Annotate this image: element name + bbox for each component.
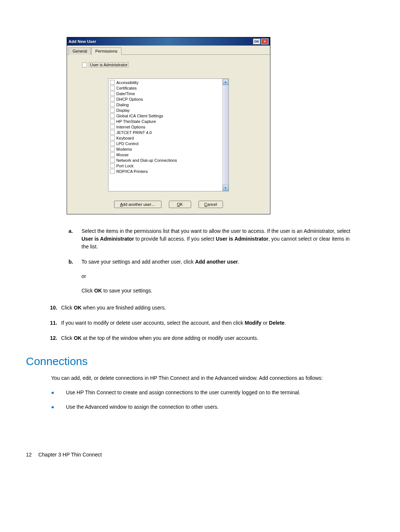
step-11: 11. If you want to modify or delete user… bbox=[50, 319, 354, 327]
cancel-button[interactable]: Cancel bbox=[199, 201, 223, 208]
bullet-text: Use the Advanced window to assign the co… bbox=[66, 403, 219, 411]
list-item[interactable]: Network and Dial-up Connections bbox=[110, 157, 221, 163]
step-a: a. Select the items in the permissions l… bbox=[69, 227, 354, 251]
list-item[interactable]: Certificates bbox=[110, 85, 221, 91]
bullet-item: ● Use the Advanced window to assign the … bbox=[51, 403, 350, 411]
section-body: You can add, edit, or delete connections… bbox=[51, 374, 350, 411]
checkbox-icon[interactable] bbox=[110, 152, 115, 157]
checkbox-icon[interactable] bbox=[110, 169, 115, 174]
chapter-title: Chapter 3 HP Thin Connect bbox=[38, 452, 101, 458]
tab-row: General Permissions bbox=[67, 46, 270, 55]
chevron-up-icon[interactable]: ▲ bbox=[223, 79, 229, 85]
checkbox-icon[interactable] bbox=[110, 102, 115, 107]
dialog-body: User is Administrator Accessibility Cert… bbox=[67, 55, 270, 214]
bullet-item: ● Use HP Thin Connect to create and assi… bbox=[51, 389, 350, 397]
add-new-user-dialog: Add New User OK × General Permissions Us… bbox=[67, 37, 270, 214]
bullet-icon: ● bbox=[51, 389, 66, 397]
page-footer: 12 Chapter 3 HP Thin Connect bbox=[26, 452, 374, 458]
checkbox-icon[interactable] bbox=[110, 141, 115, 146]
permissions-list[interactable]: Accessibility Certificates Date/Time DHC… bbox=[109, 79, 222, 191]
list-item[interactable]: Accessibility bbox=[110, 80, 221, 85]
tab-general[interactable]: General bbox=[69, 47, 91, 55]
checkbox-icon[interactable] bbox=[110, 163, 115, 168]
page-number: 12 bbox=[26, 452, 32, 458]
checkbox-icon[interactable] bbox=[110, 86, 115, 90]
step-12: 12. Click OK at the top of the window wh… bbox=[50, 334, 354, 342]
list-item[interactable]: RDP/ICA Printers bbox=[110, 168, 221, 174]
bullet-list: ● Use HP Thin Connect to create and assi… bbox=[51, 389, 350, 411]
add-another-user-button[interactable]: Add another user… bbox=[114, 201, 161, 208]
checkbox-icon[interactable] bbox=[110, 124, 115, 129]
step-content: Click OK at the top of the window when y… bbox=[61, 334, 354, 342]
step-content: Click OK when you are finished adding us… bbox=[61, 304, 354, 312]
numbered-list: 10. Click OK when you are finished addin… bbox=[50, 304, 354, 342]
list-item[interactable]: HP ThinState Capture bbox=[110, 118, 221, 124]
list-item[interactable]: LPD Control bbox=[110, 141, 221, 146]
step-content: To save your settings and add another us… bbox=[81, 258, 354, 295]
step-marker: a. bbox=[69, 227, 81, 251]
scrollbar[interactable]: ▲ ▼ bbox=[222, 79, 229, 191]
bullet-icon: ● bbox=[51, 403, 66, 411]
list-item[interactable]: Keyboard bbox=[110, 135, 221, 141]
step-content: Select the items in the permissions list… bbox=[81, 227, 354, 251]
tab-permissions[interactable]: Permissions bbox=[91, 47, 121, 55]
checkbox-icon[interactable] bbox=[110, 130, 115, 135]
step-marker: 11. bbox=[50, 319, 61, 327]
instructions-block: a. Select the items in the permissions l… bbox=[69, 227, 354, 342]
permissions-listbox: Accessibility Certificates Date/Time DHC… bbox=[108, 78, 229, 191]
dialog-title: Add New User bbox=[69, 39, 96, 44]
bullet-text: Use HP Thin Connect to create and assign… bbox=[66, 389, 300, 397]
list-item[interactable]: DHCP Options bbox=[110, 96, 221, 102]
list-item[interactable]: Date/Time bbox=[110, 91, 221, 96]
checkbox-icon[interactable] bbox=[110, 135, 115, 140]
list-item[interactable]: JETCET PRINT 4.0 bbox=[110, 130, 221, 135]
checkbox-icon[interactable] bbox=[110, 80, 115, 85]
titlebar: Add New User OK × bbox=[67, 37, 270, 46]
step-10: 10. Click OK when you are finished addin… bbox=[50, 304, 354, 312]
checkbox-icon[interactable] bbox=[110, 158, 115, 163]
list-item[interactable]: Dialing bbox=[110, 102, 221, 107]
checkbox-icon[interactable] bbox=[110, 147, 115, 151]
ok-button[interactable]: OK bbox=[169, 201, 191, 208]
list-item[interactable]: Modems bbox=[110, 146, 221, 152]
scrollbar-track[interactable] bbox=[223, 85, 229, 185]
step-marker: 12. bbox=[50, 334, 61, 342]
step-alt: Click OK to save your settings. bbox=[81, 287, 354, 295]
checkbox-icon[interactable] bbox=[82, 63, 87, 67]
section-intro: You can add, edit, or delete connections… bbox=[51, 374, 350, 382]
lettered-list: a. Select the items in the permissions l… bbox=[69, 227, 354, 295]
checkbox-icon[interactable] bbox=[110, 119, 115, 124]
step-b: b. To save your settings and add another… bbox=[69, 258, 354, 295]
step-marker: 10. bbox=[50, 304, 61, 312]
step-content: If you want to modify or delete user acc… bbox=[61, 319, 354, 327]
dialog-button-row: Add another user… OK Cancel bbox=[75, 201, 262, 208]
list-item[interactable]: Mouse bbox=[110, 152, 221, 157]
checkbox-icon[interactable] bbox=[110, 108, 115, 113]
admin-label: User is Administrator bbox=[89, 62, 129, 67]
checkbox-icon[interactable] bbox=[110, 91, 115, 96]
list-item[interactable]: Display bbox=[110, 107, 221, 113]
list-item[interactable]: Global ICA Client Settings bbox=[110, 113, 221, 118]
titlebar-buttons: OK × bbox=[253, 39, 269, 44]
section-heading-connections: Connections bbox=[26, 355, 374, 368]
dialog-screenshot: Add New User OK × General Permissions Us… bbox=[67, 37, 374, 214]
step-marker: b. bbox=[69, 258, 81, 295]
checkbox-icon[interactable] bbox=[110, 97, 115, 101]
list-item[interactable]: Port Lock bbox=[110, 163, 221, 168]
list-item[interactable]: Internet Options bbox=[110, 124, 221, 130]
checkbox-icon[interactable] bbox=[110, 113, 115, 118]
close-icon[interactable]: × bbox=[261, 39, 269, 44]
chevron-down-icon[interactable]: ▼ bbox=[223, 185, 229, 191]
titlebar-ok-button[interactable]: OK bbox=[253, 39, 260, 44]
step-or: or bbox=[81, 272, 354, 280]
admin-checkbox-row[interactable]: User is Administrator bbox=[82, 62, 262, 67]
